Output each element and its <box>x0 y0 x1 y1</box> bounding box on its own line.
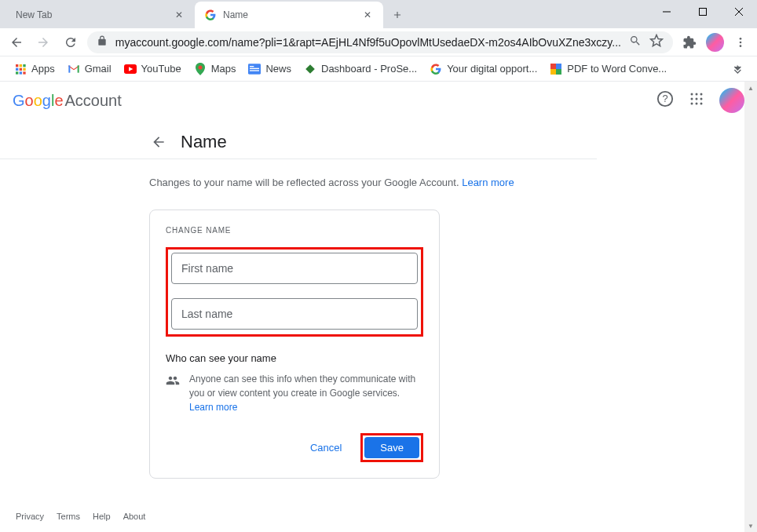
bookmarks-overflow[interactable] <box>729 58 748 79</box>
close-button[interactable] <box>721 0 757 24</box>
svg-point-30 <box>691 98 693 100</box>
first-name-input[interactable] <box>171 253 418 284</box>
gmail-icon <box>68 63 80 75</box>
tab-name[interactable]: Name ✕ <box>195 2 383 28</box>
footer-terms[interactable]: Terms <box>57 512 80 521</box>
svg-point-28 <box>696 93 698 96</box>
bookmark-maps[interactable]: Maps <box>189 60 241 78</box>
svg-rect-11 <box>20 67 22 70</box>
bookmark-youtube[interactable]: YouTube <box>119 60 186 78</box>
learn-more-link[interactable]: Learn more <box>189 402 237 413</box>
svg-point-34 <box>696 103 698 105</box>
reload-button[interactable] <box>60 31 81 53</box>
tab-strip: New Tab ✕ Name ✕ <box>0 2 408 28</box>
svg-rect-7 <box>16 64 18 67</box>
scrollbar[interactable]: ▲ ▼ <box>744 82 757 532</box>
google-account-logo[interactable]: GoogleAccount <box>13 92 122 110</box>
menu-icon[interactable] <box>730 31 751 53</box>
bookmark-pdf[interactable]: PDF to Word Conve... <box>545 60 671 78</box>
who-text-container: Anyone can see this info when they commu… <box>189 372 423 414</box>
star-icon[interactable] <box>649 34 664 50</box>
svg-rect-12 <box>23 67 25 70</box>
header-actions: ? <box>656 88 744 113</box>
svg-rect-15 <box>23 71 25 74</box>
help-icon[interactable]: ? <box>656 90 674 111</box>
news-icon <box>248 63 261 75</box>
browser-titlebar: New Tab ✕ Name ✕ <box>0 0 757 28</box>
svg-point-6 <box>740 45 742 47</box>
svg-point-27 <box>691 93 693 96</box>
svg-point-31 <box>696 98 698 100</box>
account-header: GoogleAccount ? <box>0 82 757 119</box>
bookmark-label: PDF to Word Conve... <box>567 63 667 75</box>
svg-rect-24 <box>550 69 556 75</box>
svg-rect-21 <box>250 70 259 71</box>
minimize-button[interactable] <box>649 0 685 24</box>
forward-button[interactable] <box>33 31 53 53</box>
svg-point-4 <box>740 38 742 40</box>
cancel-button[interactable]: Cancel <box>301 435 351 460</box>
svg-point-32 <box>700 98 703 100</box>
svg-rect-20 <box>250 67 259 68</box>
svg-point-17 <box>198 65 202 69</box>
close-icon[interactable]: ✕ <box>361 9 374 21</box>
bookmark-label: Gmail <box>85 63 112 75</box>
svg-rect-22 <box>550 64 556 69</box>
footer-help[interactable]: Help <box>93 512 111 521</box>
bookmarks-bar: Apps Gmail YouTube Maps News Dashboard -… <box>0 56 757 82</box>
address-bar[interactable]: myaccount.google.com/name?pli=1&rapt=AEj… <box>87 31 673 53</box>
footer-privacy[interactable]: Privacy <box>16 512 44 521</box>
tab-title: New Tab <box>16 9 173 20</box>
page-title: Name <box>181 132 227 152</box>
lock-icon <box>97 35 108 49</box>
people-icon <box>166 372 180 414</box>
svg-point-29 <box>700 93 703 96</box>
extensions-icon[interactable] <box>679 31 700 53</box>
svg-rect-14 <box>20 71 22 74</box>
scroll-down-icon[interactable]: ▼ <box>744 519 757 532</box>
pdf-icon <box>550 63 562 75</box>
browser-toolbar: myaccount.google.com/name?pli=1&rapt=AEj… <box>0 28 757 56</box>
last-name-input[interactable] <box>171 298 418 330</box>
footer-about[interactable]: About <box>123 512 146 521</box>
bookmark-digital[interactable]: Your digital opport... <box>425 60 542 78</box>
profile-avatar[interactable] <box>706 33 724 52</box>
bookmark-label: Apps <box>31 63 55 75</box>
svg-text:?: ? <box>662 93 667 104</box>
tab-newtab[interactable]: New Tab ✕ <box>6 2 195 28</box>
account-avatar[interactable] <box>719 88 744 113</box>
youtube-icon <box>124 63 137 75</box>
url-text: myaccount.google.com/name?pli=1&rapt=AEj… <box>115 36 621 49</box>
zoom-icon[interactable] <box>629 35 642 49</box>
back-arrow[interactable] <box>149 133 168 151</box>
learn-more-link[interactable]: Learn more <box>462 177 514 188</box>
bookmark-gmail[interactable]: Gmail <box>63 60 116 78</box>
back-button[interactable] <box>6 31 27 53</box>
change-name-card: CHANGE NAME Who can see your name Anyone… <box>149 210 440 479</box>
footer: Privacy Terms Help About <box>16 512 145 521</box>
maximize-button[interactable] <box>685 0 721 24</box>
save-highlight: Save <box>360 433 423 462</box>
close-icon[interactable]: ✕ <box>173 9 185 21</box>
svg-rect-9 <box>23 64 25 67</box>
svg-rect-1 <box>700 9 707 16</box>
bookmark-label: Dashboard - ProSe... <box>321 63 417 75</box>
google-favicon <box>204 9 217 21</box>
svg-point-5 <box>740 41 742 43</box>
save-button[interactable]: Save <box>364 437 419 458</box>
inputs-highlight <box>166 247 423 337</box>
logo-suffix: Account <box>65 92 122 109</box>
bookmark-news[interactable]: News <box>243 60 296 78</box>
svg-rect-10 <box>16 67 18 70</box>
new-tab-button[interactable] <box>386 4 408 26</box>
card-section-title: CHANGE NAME <box>166 226 423 235</box>
dashboard-icon <box>304 63 316 75</box>
svg-point-33 <box>691 103 693 105</box>
page-titlebar: Name <box>0 119 597 159</box>
svg-rect-25 <box>556 69 561 75</box>
scroll-up-icon[interactable]: ▲ <box>744 82 757 94</box>
bookmark-apps[interactable]: Apps <box>9 60 60 78</box>
apps-icon <box>14 63 27 75</box>
apps-grid-icon[interactable] <box>689 92 704 109</box>
bookmark-dashboard[interactable]: Dashboard - ProSe... <box>299 60 422 78</box>
